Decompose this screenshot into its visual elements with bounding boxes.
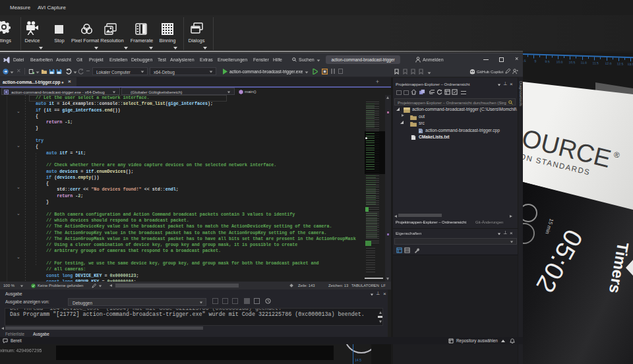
svg-text:+: + (419, 130, 421, 133)
